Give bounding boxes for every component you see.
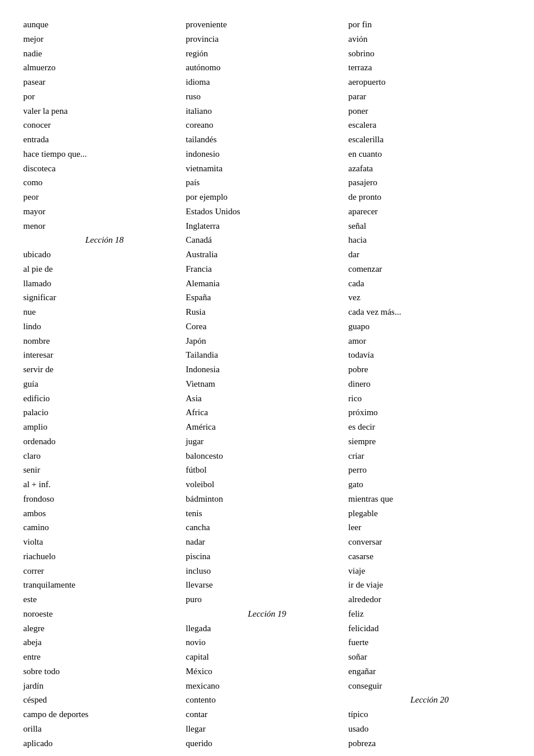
vocabulary-column-col2: provenienteprovinciaregiónautónomoidioma… bbox=[186, 17, 348, 750]
vocabulary-word: cada bbox=[348, 276, 511, 291]
vocabulary-word: vez bbox=[348, 290, 511, 305]
vocabulary-word: engañar bbox=[348, 664, 511, 679]
vocabulary-word: aeropuerto bbox=[348, 75, 511, 89]
vocabulary-word: tranquilamente bbox=[23, 578, 186, 592]
vocabulary-word: casarse bbox=[348, 549, 511, 564]
vocabulary-word: entrada bbox=[23, 132, 186, 147]
vocabulary-word: Inglaterra bbox=[186, 219, 348, 233]
vocabulary-word: Africa bbox=[186, 405, 348, 420]
vocabulary-word: por fin bbox=[348, 17, 511, 32]
vocabulary-word: interesar bbox=[23, 348, 186, 362]
vocabulary-word: amor bbox=[348, 334, 511, 348]
vocabulary-word: feliz bbox=[348, 607, 511, 621]
vocabulary-word: criar bbox=[348, 449, 511, 463]
vocabulary-word: novio bbox=[186, 635, 348, 650]
vocabulary-word: jugar bbox=[186, 434, 348, 449]
vocabulary-word: palacio bbox=[23, 405, 186, 420]
vocabulary-word: Japón bbox=[186, 334, 348, 348]
vocabulary-word: voleibol bbox=[186, 477, 348, 492]
vocabulary-word: cada vez más... bbox=[348, 305, 511, 319]
vocabulary-word: incluso bbox=[186, 564, 348, 578]
vocabulary-word: como bbox=[23, 175, 186, 190]
vocabulary-word: idioma bbox=[186, 75, 348, 89]
vocabulary-word: dinero bbox=[348, 377, 511, 391]
vocabulary-word: llamado bbox=[23, 276, 186, 291]
vocabulary-word: escalera bbox=[348, 118, 511, 132]
vocabulary-word: fuerte bbox=[348, 635, 511, 650]
vocabulary-word: hace tiempo que... bbox=[23, 147, 186, 161]
vocabulary-word: puro bbox=[186, 592, 348, 607]
vocabulary-word: significar bbox=[23, 290, 186, 305]
vocabulary-word: contento bbox=[186, 693, 348, 707]
vocabulary-word: nombre bbox=[23, 334, 186, 348]
vocabulary-word: poner bbox=[348, 104, 511, 118]
vocabulary-word: fútbol bbox=[186, 463, 348, 477]
vocabulary-word: entre bbox=[23, 650, 186, 664]
vocabulary-word: senir bbox=[23, 463, 186, 477]
vocabulary-word: gato bbox=[348, 477, 511, 492]
vocabulary-word: al pie de bbox=[23, 262, 186, 276]
vocabulary-word: violta bbox=[23, 535, 186, 549]
vocabulary-word: Estados Unidos bbox=[186, 204, 348, 219]
section-header: Lección 18 bbox=[23, 233, 186, 247]
vocabulary-word: peor bbox=[23, 190, 186, 204]
vocabulary-word: pasear bbox=[23, 75, 186, 89]
vocabulary-word: América bbox=[186, 420, 348, 434]
vocabulary-word: todavía bbox=[348, 348, 511, 362]
vocabulary-word: Rusia bbox=[186, 305, 348, 319]
vocabulary-word: al + inf. bbox=[23, 477, 186, 492]
vocabulary-word: riachuelo bbox=[23, 549, 186, 564]
vocabulary-word: pasajero bbox=[348, 175, 511, 190]
vocabulary-word: llegada bbox=[186, 621, 348, 636]
vocabulary-word: nadie bbox=[23, 46, 186, 61]
vocabulary-column-col1: aunquemejornadiealmuerzopasearporvaler l… bbox=[23, 17, 186, 750]
vocabulary-word: indonesio bbox=[186, 147, 348, 161]
vocabulary-word: nue bbox=[23, 305, 186, 319]
vocabulary-word: hacia bbox=[348, 233, 511, 247]
vocabulary-word: sobrino bbox=[348, 46, 511, 61]
vocabulary-word: coreano bbox=[186, 118, 348, 132]
vocabulary-word: bádminton bbox=[186, 492, 348, 506]
vocabulary-word: llevarse bbox=[186, 578, 348, 592]
vocabulary-word: comenzar bbox=[348, 262, 511, 276]
section-header: Lección 20 bbox=[348, 693, 511, 707]
vocabulary-word: camino bbox=[23, 520, 186, 535]
vocabulary-word: mejor bbox=[23, 32, 186, 46]
vocabulary-word: región bbox=[186, 46, 348, 61]
vocabulary-word: ambos bbox=[23, 506, 186, 521]
vocabulary-word: valer la pena bbox=[23, 104, 186, 118]
vocabulary-word: azafata bbox=[348, 161, 511, 176]
vocabulary-word: conversar bbox=[348, 535, 511, 549]
vocabulary-word: usado bbox=[348, 722, 511, 736]
vocabulary-word: España bbox=[186, 290, 348, 305]
vocabulary-word: leer bbox=[348, 520, 511, 535]
vocabulary-word: servir de bbox=[23, 362, 186, 377]
section-header: Lección 19 bbox=[186, 607, 348, 621]
vocabulary-word: soñar bbox=[348, 650, 511, 664]
vocabulary-word: mientras que bbox=[348, 492, 511, 506]
vocabulary-word: cancha bbox=[186, 520, 348, 535]
vocabulary-word: rico bbox=[348, 391, 511, 406]
vocabulary-word: menor bbox=[23, 219, 186, 233]
vocabulary-word: nadar bbox=[186, 535, 348, 549]
vocabulary-word: Vietnam bbox=[186, 377, 348, 391]
vocabulary-word: campo de deportes bbox=[23, 707, 186, 722]
vocabulary-word: terraza bbox=[348, 60, 511, 75]
vocabulary-word: este bbox=[23, 592, 186, 607]
vocabulary-word: avión bbox=[348, 32, 511, 46]
vocabulary-word: escalerilla bbox=[348, 132, 511, 147]
vocabulary-word: orilla bbox=[23, 722, 186, 736]
vocabulary-word: Asia bbox=[186, 391, 348, 406]
vocabulary-word: italiano bbox=[186, 104, 348, 118]
vocabulary-word: aunque bbox=[23, 17, 186, 32]
vocabulary-word: de pronto bbox=[348, 190, 511, 204]
vocabulary-word: guapo bbox=[348, 319, 511, 334]
vocabulary-word: claro bbox=[23, 449, 186, 463]
vocabulary-word: mayor bbox=[23, 204, 186, 219]
vocabulary-word: plegable bbox=[348, 506, 511, 521]
vocabulary-word: en cuanto bbox=[348, 147, 511, 161]
vocabulary-word: ir de viaje bbox=[348, 578, 511, 592]
vocabulary-word: provincia bbox=[186, 32, 348, 46]
vocabulary-word: por bbox=[23, 89, 186, 104]
vocabulary-word: querido bbox=[186, 736, 348, 751]
